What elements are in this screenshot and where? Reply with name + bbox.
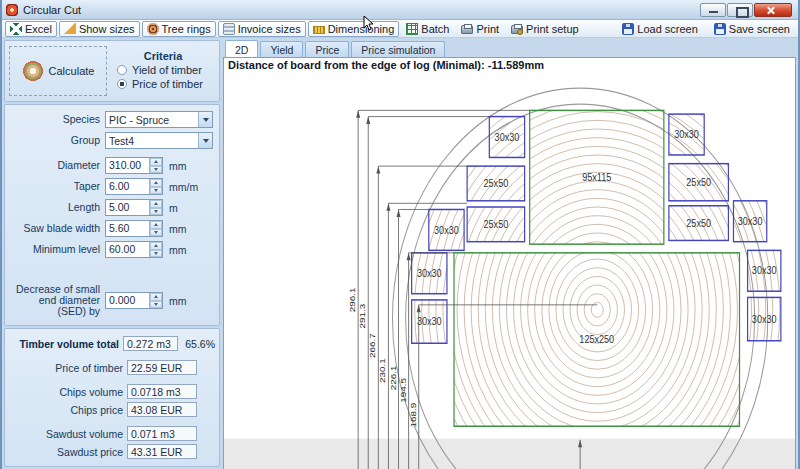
chevron-down-icon[interactable] [198,112,212,127]
toolbar-button-batch[interactable]: Batch [401,21,454,37]
toolbar-button-print-setup[interactable]: Print setup [506,21,584,37]
board-label: 30x30 [674,128,699,140]
species-select[interactable]: PIC - Spruce [105,111,213,128]
spinner-control [149,293,162,308]
length-input[interactable]: 5.00 [105,199,163,216]
tab-price[interactable]: Price [305,41,349,57]
toolbar-button-label: Batch [421,23,449,35]
tab-yield[interactable]: Yield [260,41,303,57]
dropdown-row: SpeciesPIC - Spruce [9,111,215,128]
spinner-control [149,158,162,173]
input-value: 310.00 [106,158,149,173]
result-row: Sawdust price43.31 EUR [9,444,215,459]
spin-down-button[interactable] [150,187,162,195]
board-label: 30x30 [752,313,777,325]
chevron-down-icon[interactable] [198,133,212,148]
result-row: Chips price43.08 EUR [9,402,215,417]
spin-down-button[interactable] [150,229,162,237]
minimum-level-band [224,439,795,469]
input-value: 5.60 [106,221,149,236]
spin-up-button[interactable] [150,200,162,208]
saw-blade-width-input[interactable]: 5.60 [105,220,163,237]
dimensioning-icon [313,26,325,34]
dimension-label: 266.7 [368,333,377,358]
minimum-level-input[interactable]: 60.00 [105,241,163,258]
tab-2d[interactable]: 2D [225,40,258,57]
criteria-group: Criteria Yield of timberPrice of timber [111,50,215,92]
toolbar-button-label: Dimensioning [328,23,395,35]
spin-down-button[interactable] [150,208,162,216]
toolbar-button-tree-rings[interactable]: Tree rings [142,21,216,37]
dimension-label: 194.5 [398,378,407,403]
parameters-panel: Calculate Criteria Yield of timberPrice … [4,40,220,469]
app-icon [6,4,18,16]
excel-icon [10,23,22,35]
select-value: Test4 [106,135,198,147]
board-label: 125x250 [579,333,614,345]
title-bar: Circular Cut [2,0,798,20]
calculate-button[interactable]: Calculate [9,46,107,96]
spin-up-button[interactable] [150,158,162,166]
spin-down-button[interactable] [150,166,162,174]
spin-up-button[interactable] [150,242,162,250]
load-screen-icon [622,23,634,35]
decrease-of-small-end-diameter-sed-by-input[interactable]: 0.000 [105,292,163,309]
toolbar-button-load-screen[interactable]: Load screen [617,21,703,37]
criteria-section: Calculate Criteria Yield of timberPrice … [4,40,220,102]
board-label: 30x30 [417,315,442,327]
numeric-field-row: Diameter310.00mm [9,157,215,174]
spin-up-button[interactable] [150,179,162,187]
board-label: 30x30 [738,215,763,227]
input-value: 60.00 [106,242,149,257]
criteria-option: Price of timber [117,78,215,90]
numeric-field-row: Saw blade width5.60mm [9,220,215,237]
result-value: 43.08 EUR [127,402,197,417]
result-label: Sawdust volume [9,428,127,440]
spin-up-button[interactable] [150,221,162,229]
print-setup-icon [511,25,523,34]
toolbar-button-label: Show sizes [79,23,135,35]
tab-price-simulation[interactable]: Price simulation [351,41,445,57]
toolbar-button-label: Excel [25,23,52,35]
board-label: 25x50 [484,177,509,189]
radio-button[interactable] [117,65,127,75]
toolbar-button-show-sizes[interactable]: Show sizes [59,21,140,37]
taper-input[interactable]: 6.00 [105,178,163,195]
maximize-button[interactable] [727,3,753,17]
unit-label: mm [163,160,187,172]
dropdown-row: GroupTest4 [9,132,215,149]
board-label: 25x50 [484,218,509,230]
spinner-control [149,221,162,236]
toolbar-button-invoice-sizes[interactable]: Invoice sizes [218,21,306,37]
select-value: PIC - Spruce [106,114,198,126]
diameter-input[interactable]: 310.00 [105,157,163,174]
unit-label: m [163,202,178,214]
result-row: Price of timber22.59 EUR [9,360,215,375]
field-label: Minimum level [9,244,105,255]
close-button[interactable] [754,3,792,17]
radio-label: Price of timber [132,78,203,90]
group-select[interactable]: Test4 [105,132,213,149]
toolbar-button-excel[interactable]: Excel [5,21,57,37]
input-value: 6.00 [106,179,149,194]
board-label: 30x30 [495,131,520,143]
window-title: Circular Cut [23,4,81,16]
minimize-button[interactable] [700,3,726,17]
toolbar-button-dimensioning[interactable]: Dimensioning [308,21,400,37]
field-label: Saw blade width [9,223,105,234]
field-label: Taper [9,181,105,192]
spin-down-button[interactable] [150,250,162,258]
calculate-label: Calculate [49,65,95,77]
toolbar-button-label: Load screen [637,23,698,35]
toolbar-button-save-screen[interactable]: Save screen [709,21,795,37]
dimension-label: 226.1 [388,366,397,391]
unit-label: mm [163,244,187,256]
toolbar-button-label: Tree rings [162,23,211,35]
toolbar-button-print[interactable]: Print [456,21,504,37]
field-label: Species [9,114,105,125]
spin-up-button[interactable] [150,293,162,301]
spin-down-button[interactable] [150,301,162,309]
board-label: 30x30 [417,267,442,279]
spinner-control [149,242,162,257]
radio-button[interactable] [117,79,127,89]
